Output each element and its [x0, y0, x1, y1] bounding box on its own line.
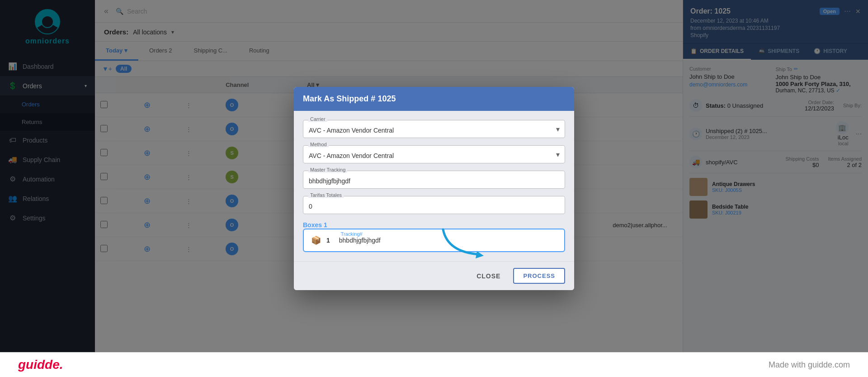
tracking-label: Tracking#: [339, 231, 364, 237]
master-tracking-input[interactable]: [303, 171, 565, 189]
boxes-section: Boxes 1 📦 1 Tracking#: [303, 221, 565, 252]
process-button[interactable]: PROCESS: [513, 268, 565, 284]
carrier-select[interactable]: AVC - Amazon Vendor Central: [303, 120, 565, 138]
modal-header: Mark As Shipped # 1025: [294, 87, 574, 111]
box-icon: 📦: [311, 235, 321, 245]
tarifas-label: Tarifas Totales: [308, 192, 344, 198]
made-with-text: Made with guidde.com: [769, 360, 850, 370]
method-field: Method AVC - Amazon Vendor Central ▾: [303, 145, 565, 163]
box-number: 1: [326, 237, 330, 244]
modal-footer: CLOSE PROCESS: [294, 261, 574, 290]
carrier-field: Carrier AVC - Amazon Vendor Central ▾: [303, 120, 565, 138]
box-tracking-field: Tracking#: [335, 235, 557, 246]
carrier-label: Carrier: [308, 116, 327, 122]
master-tracking-label: Master Tracking: [308, 167, 347, 172]
bottom-bar: guidde. Made with guidde.com: [0, 352, 868, 377]
box-tracking-input[interactable]: [335, 235, 557, 246]
modal-title: Mark As Shipped # 1025: [303, 94, 396, 103]
tarifas-field: Tarifas Totales: [303, 196, 565, 214]
mark-as-shipped-modal: Mark As Shipped # 1025 Carrier AVC - Ama…: [294, 87, 574, 290]
boxes-label: Boxes 1: [303, 221, 565, 229]
tarifas-input[interactable]: [303, 196, 565, 214]
method-label: Method: [308, 142, 329, 147]
master-tracking-field: Master Tracking: [303, 171, 565, 189]
box-row-1: 📦 1 Tracking#: [303, 229, 565, 252]
guidde-logo: guidde.: [18, 358, 63, 372]
modal-body: Carrier AVC - Amazon Vendor Central ▾ Me…: [294, 111, 574, 261]
method-select[interactable]: AVC - Amazon Vendor Central: [303, 145, 565, 163]
guidde-text: guidde.: [18, 358, 63, 372]
close-button[interactable]: CLOSE: [469, 269, 508, 283]
modal-overlay: Mark As Shipped # 1025 Carrier AVC - Ama…: [0, 0, 868, 377]
